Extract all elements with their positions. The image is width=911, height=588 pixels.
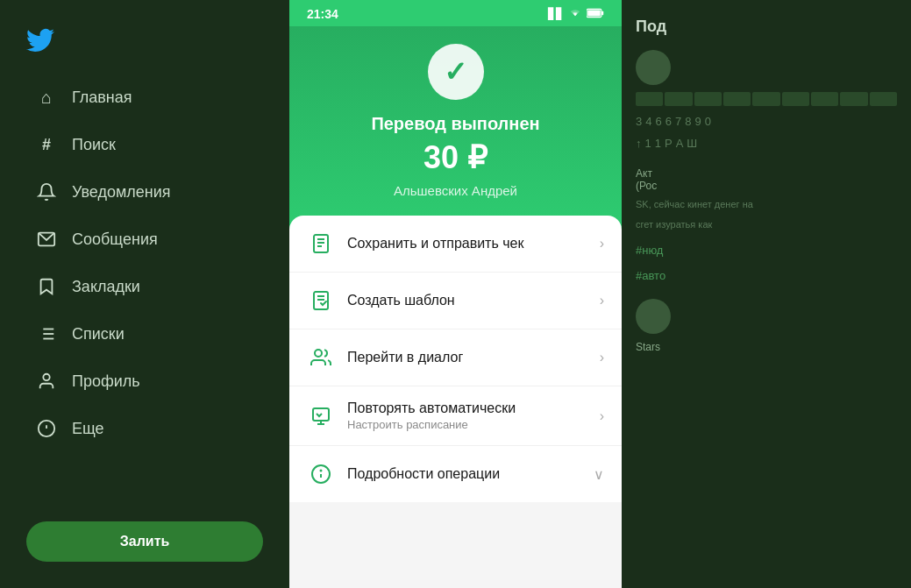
sidebar-item-messages[interactable]: Сообщения: [9, 217, 281, 261]
status-time: 21:34: [307, 7, 338, 21]
signal-icon: ▋▋: [548, 8, 564, 20]
bell-icon: [35, 181, 58, 203]
sidebar-nav: ⌂ Главная # Поиск Уведомления Сообщения …: [0, 75, 289, 504]
right-section-2: Акт(Рос SK, сейчас кинет денег на сгет и…: [636, 167, 897, 286]
battery-icon: [587, 8, 604, 21]
sidebar-item-more[interactable]: Еще: [9, 407, 281, 450]
svg-rect-13: [587, 10, 601, 16]
info-icon: [307, 460, 335, 488]
success-circle: ✓: [428, 44, 484, 100]
right-section-1: 34667890 ↑11PAШ: [636, 50, 897, 153]
avatar-1: [636, 50, 671, 85]
action-details[interactable]: Подробности операции ∨: [289, 446, 622, 502]
status-bar: 21:34 ▋▋: [289, 0, 622, 26]
action-go-dialog-text: Перейти в диалог: [347, 350, 587, 365]
profile-icon: [35, 370, 58, 393]
transfer-title: Перевод выполнен: [371, 114, 539, 134]
svg-point-7: [43, 374, 49, 380]
right-text-2: сгет изуратья как: [636, 217, 897, 233]
home-icon: ⌂: [35, 86, 58, 109]
checkmark-icon: ✓: [444, 55, 467, 89]
phone-screen: 21:34 ▋▋ ✓ Перевод выполнен 30 ₽ Альшевс…: [289, 0, 622, 588]
twitter-icon: [26, 26, 54, 54]
chevron-down-icon: ∨: [594, 466, 604, 483]
template-icon: [307, 287, 335, 315]
logo: [0, 18, 289, 75]
chevron-right-icon-3: ›: [600, 350, 604, 365]
repeat-icon: [307, 402, 335, 430]
dialog-icon: [307, 344, 335, 372]
action-create-template-text: Создать шаблон: [347, 293, 587, 308]
sidebar-item-messages-label: Сообщения: [72, 230, 158, 249]
action-card: Сохранить и отправить чек › Создать шабл…: [289, 216, 622, 502]
mail-icon: [35, 228, 58, 251]
sidebar-item-bookmarks-label: Закладки: [72, 278, 140, 296]
action-save-check[interactable]: Сохранить и отправить чек ›: [289, 216, 622, 273]
tweet-button[interactable]: Залить: [26, 521, 263, 562]
action-go-dialog[interactable]: Перейти в диалог ›: [289, 329, 622, 386]
action-save-check-text: Сохранить и отправить чек: [347, 236, 587, 251]
hashtag-2: #авто: [636, 267, 897, 286]
sidebar-item-bookmarks[interactable]: Закладки: [9, 265, 281, 308]
right-text-1: SK, сейчас кинет денег на: [636, 197, 897, 213]
receipt-icon: [307, 230, 335, 258]
right-content-2: SK, сейчас кинет денег на сгет изуратья …: [636, 197, 897, 286]
sidebar-item-lists[interactable]: Списки: [9, 312, 281, 356]
text-row-2: ↑11PAШ: [636, 135, 897, 153]
sidebar-item-lists-label: Списки: [72, 325, 125, 344]
right-section-3: Stars: [636, 299, 897, 353]
sidebar-item-profile-label: Профиль: [72, 372, 140, 391]
sidebar-item-home-label: Главная: [72, 89, 132, 107]
action-repeat-auto-label: Повторять автоматически: [347, 400, 587, 416]
action-repeat-auto-text: Повторять автоматически Настроить распис…: [347, 400, 587, 431]
action-repeat-auto-sublabel: Настроить расписание: [347, 418, 587, 431]
action-create-template-label: Создать шаблон: [347, 293, 587, 308]
phone-container: 21:34 ▋▋ ✓ Перевод выполнен 30 ₽ Альшевс…: [289, 0, 622, 588]
more-icon: [35, 417, 58, 440]
right-content-1: 34667890 ↑11PAШ: [636, 92, 897, 153]
avatar-2: [636, 299, 671, 334]
hashtag-1: #нюд: [636, 242, 897, 260]
chevron-right-icon: ›: [600, 236, 604, 251]
sidebar-item-home[interactable]: ⌂ Главная: [9, 75, 281, 119]
right-panel: Под 34667890 ↑11PAШ Акт(Рос SK, сейчас к…: [622, 0, 911, 588]
search-icon: #: [35, 133, 58, 156]
left-sidebar: ⌂ Главная # Поиск Уведомления Сообщения …: [0, 0, 289, 588]
right-username: Stars: [636, 341, 897, 353]
sidebar-item-notifications[interactable]: Уведомления: [9, 170, 281, 214]
transfer-amount: 30 ₽: [423, 139, 488, 176]
sidebar-item-profile[interactable]: Профиль: [9, 359, 281, 403]
action-create-template[interactable]: Создать шаблон ›: [289, 273, 622, 329]
bookmark-icon: [35, 275, 58, 298]
transfer-recipient: Альшевских Андрей: [394, 183, 517, 198]
action-go-dialog-label: Перейти в диалог: [347, 350, 587, 365]
num-grid: [636, 92, 897, 106]
svg-point-21: [315, 350, 322, 357]
success-header: ✓ Перевод выполнен 30 ₽ Альшевских Андре…: [289, 26, 622, 233]
text-row-1: 34667890: [636, 113, 897, 131]
status-icons: ▋▋: [548, 8, 604, 21]
sidebar-item-notifications-label: Уведомления: [72, 183, 171, 202]
right-section-label: Акт(Рос: [636, 167, 897, 192]
action-save-check-label: Сохранить и отправить чек: [347, 236, 587, 251]
sidebar-item-search-label: Поиск: [72, 136, 116, 154]
chevron-right-icon-4: ›: [600, 408, 604, 424]
chevron-right-icon-2: ›: [600, 293, 604, 308]
wifi-icon: [568, 8, 582, 21]
lists-icon: [35, 322, 58, 345]
sidebar-item-more-label: Еще: [72, 420, 104, 438]
right-panel-title: Под: [636, 18, 897, 36]
action-details-label: Подробности операции: [347, 466, 581, 482]
sidebar-item-search[interactable]: # Поиск: [9, 123, 281, 166]
action-details-text: Подробности операции: [347, 466, 581, 482]
svg-rect-12: [601, 11, 603, 15]
action-repeat-auto[interactable]: Повторять автоматически Настроить распис…: [289, 386, 622, 446]
